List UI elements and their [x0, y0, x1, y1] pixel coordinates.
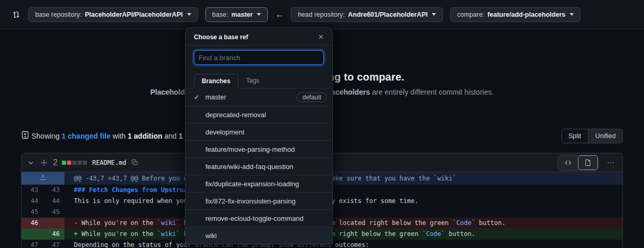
line-number-old[interactable] — [21, 229, 43, 240]
dropdown-title: Choose a base ref — [194, 33, 248, 41]
stat-square — [67, 161, 71, 165]
base-branch-label: base: — [212, 11, 228, 18]
rendered-view-button[interactable] — [578, 155, 598, 170]
collapse-file-button[interactable] — [27, 159, 35, 167]
line-number-old[interactable]: 43 — [21, 185, 43, 196]
diff-line-content: + While you're on the `wiki` branch can … — [64, 229, 623, 240]
line-number-new[interactable]: 46 — [43, 229, 64, 240]
search-input[interactable] — [194, 50, 324, 65]
branch-item-wiki[interactable]: wiki — [185, 227, 332, 244]
summary-prefix: Showing — [31, 132, 62, 140]
dropdown-search-area — [185, 46, 332, 70]
expand-hunk-button[interactable]: ↑┄┄ — [21, 172, 64, 185]
chevron-down-icon — [570, 13, 574, 16]
line-number-new[interactable]: 45 — [43, 207, 64, 218]
dropdown-header: Choose a base ref ✕ — [185, 28, 332, 46]
source-view-button[interactable] — [558, 155, 578, 170]
copy-path-icon[interactable] — [130, 158, 139, 167]
compare-branch-button[interactable]: compare: feature/add-placeholders — [450, 7, 581, 22]
fold-up-icon: ↑┄┄ — [40, 175, 46, 182]
subtext-rest: are entirely different commit histories. — [370, 88, 494, 96]
file-diff-icon — [21, 131, 29, 141]
line-number-new[interactable]: 47 — [43, 240, 64, 248]
diff-line-content — [64, 207, 623, 218]
line-number-old[interactable]: 46 — [21, 218, 43, 229]
branch-list: ✓masterdefaultdeprecated-removaldevelopm… — [185, 88, 332, 244]
tab-tags[interactable]: Tags — [238, 73, 267, 88]
branch-item-deprecated-removal[interactable]: deprecated-removal — [185, 106, 332, 123]
head-repository-button[interactable]: head repository: Andre601/PlaceholderAPI — [291, 7, 443, 22]
file-view-toggle — [558, 155, 598, 171]
branch-label: fix/872-fix-inxonsisten-parsing — [205, 197, 296, 205]
branch-item-master[interactable]: ✓masterdefault — [185, 88, 332, 106]
head-repository-label: head repository: — [298, 11, 345, 18]
base-repository-label: base repository: — [35, 11, 82, 18]
additions-count: 1 addition — [128, 132, 162, 140]
branch-label: fix/duplicate-expansion-loading — [205, 180, 299, 188]
diff-line-content: ### Fetch Changes from Upstream — [64, 185, 623, 196]
base-repository-button[interactable]: base repository: PlaceholderAPI/Placehol… — [28, 7, 198, 22]
summary-mid1: with — [111, 132, 128, 140]
check-icon: ✓ — [194, 94, 205, 101]
compare-branch-value: feature/add-placeholders — [487, 11, 565, 18]
base-branch-button[interactable]: base: master — [205, 7, 268, 22]
line-number-old[interactable]: 45 — [21, 207, 43, 218]
line-number-new[interactable]: 43 — [43, 185, 64, 196]
arrow-left-icon: ← — [275, 10, 283, 19]
branch-label: deprecated-removal — [205, 111, 266, 119]
branch-label: remove-ecloud-toggle-command — [205, 215, 303, 222]
branch-item-development[interactable]: development — [185, 123, 332, 140]
branch-label: master — [205, 93, 226, 101]
drag-handle-icon[interactable] — [39, 158, 49, 167]
stat-square — [83, 161, 87, 165]
line-number-old[interactable]: 47 — [21, 240, 43, 248]
diff-line-content: This is only required when your fork of … — [64, 196, 623, 207]
branch-item-feature/wiki-add-faq-question[interactable]: feature/wiki-add-faq-question — [185, 157, 332, 175]
default-badge: default — [297, 93, 327, 102]
changes-count: 2 — [53, 158, 58, 167]
line-number-new[interactable] — [43, 218, 64, 229]
line-number-new[interactable]: 44 — [43, 196, 64, 207]
branch-item-fix/872-fix-inxonsisten-parsing[interactable]: fix/872-fix-inxonsisten-parsing — [185, 192, 332, 209]
line-number-old[interactable]: 44 — [21, 196, 43, 207]
unified-view-button[interactable]: Unified — [588, 129, 623, 143]
base-ref-dropdown: Choose a base ref ✕ Branches Tags ✓maste… — [185, 27, 333, 244]
diff-line-content: - While you're on the `wiki` branch can … — [64, 218, 623, 229]
branch-label: feature/move-parsing-method — [205, 145, 295, 153]
git-compare-icon — [12, 10, 21, 19]
stat-square — [62, 161, 66, 165]
diff-line-content: @@ -43,7 +43,7 @@ Before you make a Pull… — [64, 172, 623, 185]
branch-label: development — [205, 128, 244, 136]
chevron-down-icon — [257, 13, 261, 16]
head-repository-value: Andre601/PlaceholderAPI — [348, 11, 428, 18]
split-view-button[interactable]: Split — [562, 129, 588, 143]
diff-view-toggle: Split Unified — [561, 129, 623, 143]
base-branch-value: master — [231, 11, 253, 18]
chevron-down-icon — [432, 13, 436, 16]
base-repository-value: PlaceholderAPI/PlaceholderAPI — [85, 11, 183, 18]
compare-toolbar: base repository: PlaceholderAPI/Placehol… — [0, 0, 644, 29]
dropdown-tabs: Branches Tags — [185, 70, 332, 88]
stat-square — [72, 161, 77, 165]
summary-mid2: and — [162, 132, 179, 140]
chevron-down-icon — [187, 13, 191, 16]
changed-files-link[interactable]: 1 changed file — [62, 132, 111, 140]
branch-item-remove-ecloud-toggle-command[interactable]: remove-ecloud-toggle-command — [185, 209, 332, 227]
file-name[interactable]: README.md — [92, 159, 126, 166]
stat-square — [78, 161, 82, 165]
tab-branches[interactable]: Branches — [194, 74, 238, 88]
branch-item-feature/move-parsing-method[interactable]: feature/move-parsing-method — [185, 140, 332, 157]
diff-line-content: Depending on the status of your branch c… — [64, 240, 623, 248]
compare-branch-label: compare: — [457, 11, 484, 18]
branch-label: feature/wiki-add-faq-question — [205, 163, 293, 171]
diff-stat-squares — [62, 161, 87, 165]
file-options-kebab-icon[interactable]: ⋯ — [607, 158, 615, 167]
branch-item-fix/duplicate-expansion-loading[interactable]: fix/duplicate-expansion-loading — [185, 175, 332, 192]
branch-label: wiki — [205, 232, 217, 240]
close-icon[interactable]: ✕ — [318, 33, 324, 41]
